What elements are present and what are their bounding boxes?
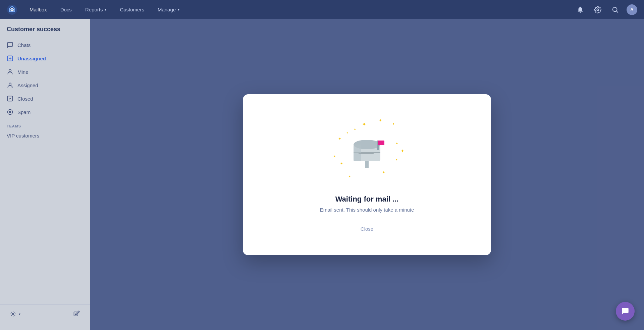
sparkle-11: ✦ [395,159,398,161]
svg-rect-18 [359,153,374,154]
nav-docs[interactable]: Docs [55,5,77,14]
chats-icon [7,42,13,48]
sparkle-4: ✦ [354,128,356,131]
sidebar-item-assigned[interactable]: Assigned [0,78,90,92]
sidebar-team-vip[interactable]: VIP customers [0,130,90,141]
svg-point-5 [9,69,11,72]
svg-point-10 [12,313,14,315]
layout: Customer success Chats Unassigned [0,19,644,330]
svg-point-2 [597,9,599,11]
chat-bubble-button[interactable] [616,302,635,321]
assigned-icon [7,82,13,89]
svg-point-6 [9,83,11,85]
teams-section-label: TEAMS [0,119,90,130]
nav-reports[interactable]: Reports ▾ [80,5,112,14]
modal-subtitle: Email sent. This should only take a minu… [320,207,414,213]
nav-manage[interactable]: Manage ▾ [152,5,185,14]
search-icon[interactable] [609,4,621,16]
settings-icon[interactable] [592,4,604,16]
sidebar: Customer success Chats Unassigned [0,19,90,330]
modal-dialog: ✦ ✦ ✦ ✦ ✦ ✦ ✦ ✦ ✦ ✦ ✦ ✦ ✦ [243,94,491,255]
svg-point-7 [12,87,13,88]
sidebar-title: Customer success [0,26,90,38]
closed-icon [7,95,13,102]
sidebar-item-closed[interactable]: Closed [0,92,90,105]
chats-label: Chats [17,42,31,48]
sparkle-5: ✦ [346,132,348,134]
sparkle-6: ✦ [338,137,341,141]
svg-rect-16 [378,141,384,145]
sidebar-item-mine[interactable]: Mine [0,65,90,78]
mine-label: Mine [17,69,29,75]
modal-overlay[interactable]: ✦ ✦ ✦ ✦ ✦ ✦ ✦ ✦ ✦ ✦ ✦ ✦ ✦ [90,19,644,330]
spam-icon [7,109,13,115]
spam-label: Spam [17,109,31,115]
closed-label: Closed [17,96,33,102]
unassigned-label: Unassigned [17,56,46,61]
reports-chevron-icon: ▾ [105,8,106,11]
sparkle-2: ✦ [379,118,382,122]
manage-chevron-icon: ▾ [178,8,179,11]
avatar[interactable]: A [627,4,637,15]
sidebar-item-unassigned[interactable]: Unassigned [0,52,90,65]
nav-mailbox[interactable]: Mailbox [24,5,52,14]
sparkle-8: ✦ [400,149,405,153]
app-logo[interactable] [7,4,17,15]
topnav-icons: A [574,4,637,16]
main-content: ✦ ✦ ✦ ✦ ✦ ✦ ✦ ✦ ✦ ✦ ✦ ✦ ✦ [90,19,644,330]
sparkle-9: ✦ [333,155,336,158]
sparkle-10: ✦ [340,162,343,165]
svg-point-3 [613,7,617,11]
sidebar-compose-btn[interactable] [70,309,83,319]
sidebar-bottom: ▾ [0,304,90,323]
assigned-label: Assigned [17,82,38,88]
sidebar-item-chats[interactable]: Chats [0,38,90,52]
mine-icon [7,68,13,75]
sparkle-12: ✦ [382,170,385,174]
sparkle-3: ✦ [392,122,395,126]
modal-title: Waiting for mail ... [335,195,399,204]
sidebar-settings-btn[interactable]: ▾ [7,309,24,319]
topnav: Mailbox Docs Reports ▾ Customers Manage … [0,0,644,19]
settings-chevron-icon: ▾ [19,312,20,316]
sparkle-1: ✦ [362,122,366,127]
mailbox-image [348,134,385,169]
unassigned-icon [7,55,13,62]
sparkle-13: ✦ [348,175,351,178]
sparkle-7: ✦ [395,142,398,145]
modal-close-button[interactable]: Close [354,223,380,234]
sidebar-item-spam[interactable]: Spam [0,105,90,119]
notifications-icon[interactable] [574,4,586,16]
modal-illustration: ✦ ✦ ✦ ✦ ✦ ✦ ✦ ✦ ✦ ✦ ✦ ✦ ✦ [330,118,404,185]
nav-customers[interactable]: Customers [114,5,150,14]
